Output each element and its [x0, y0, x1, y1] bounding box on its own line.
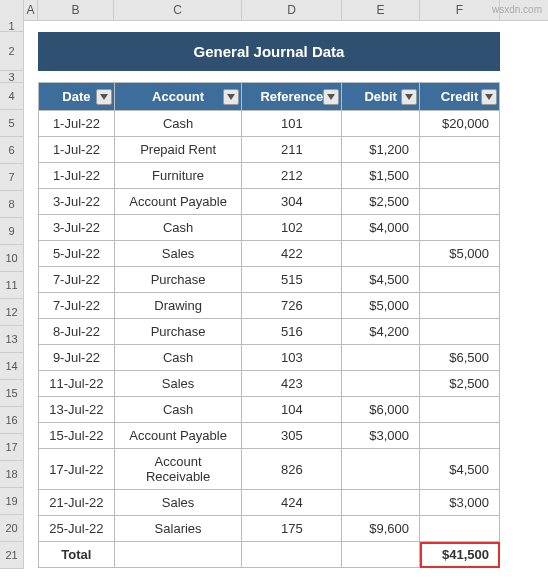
filter-button-credit[interactable]: [481, 89, 497, 105]
cell-reference[interactable]: 826: [242, 449, 342, 490]
cell-credit[interactable]: $5,000: [420, 241, 500, 267]
row-header-17[interactable]: 17: [0, 434, 24, 461]
header-date[interactable]: Date: [39, 83, 115, 111]
cell-account[interactable]: Sales: [114, 490, 242, 516]
cell-reference[interactable]: 175: [242, 516, 342, 542]
cell-debit[interactable]: $5,000: [342, 293, 420, 319]
header-credit[interactable]: Credit: [420, 83, 500, 111]
filter-button-reference[interactable]: [323, 89, 339, 105]
cell-credit[interactable]: $20,000: [420, 111, 500, 137]
cell-credit[interactable]: [420, 163, 500, 189]
header-account[interactable]: Account: [114, 83, 242, 111]
cell-reference[interactable]: 305: [242, 423, 342, 449]
cell-credit[interactable]: [420, 137, 500, 163]
cell-credit[interactable]: [420, 215, 500, 241]
cell-credit[interactable]: [420, 189, 500, 215]
cell-debit[interactable]: $1,500: [342, 163, 420, 189]
cell-account[interactable]: Account Receivable: [114, 449, 242, 490]
col-header-F[interactable]: F: [420, 0, 500, 20]
total-empty[interactable]: [342, 542, 420, 568]
row-header-7[interactable]: 7: [0, 164, 24, 191]
row-header-5[interactable]: 5: [0, 110, 24, 137]
cell-date[interactable]: 11-Jul-22: [39, 371, 115, 397]
cell-account[interactable]: Sales: [114, 241, 242, 267]
row-header-10[interactable]: 10: [0, 245, 24, 272]
cell-date[interactable]: 17-Jul-22: [39, 449, 115, 490]
cell-reference[interactable]: 101: [242, 111, 342, 137]
cell-debit[interactable]: [342, 490, 420, 516]
cell-credit[interactable]: $3,000: [420, 490, 500, 516]
cell-account[interactable]: Cash: [114, 111, 242, 137]
cell-reference[interactable]: 423: [242, 371, 342, 397]
row-header-9[interactable]: 9: [0, 218, 24, 245]
cell-debit[interactable]: $9,600: [342, 516, 420, 542]
cell-date[interactable]: 1-Jul-22: [39, 137, 115, 163]
select-all-corner[interactable]: [0, 0, 24, 20]
row-header-15[interactable]: 15: [0, 380, 24, 407]
cell-credit[interactable]: [420, 267, 500, 293]
cell-credit[interactable]: $2,500: [420, 371, 500, 397]
cell-date[interactable]: 25-Jul-22: [39, 516, 115, 542]
cell-date[interactable]: 8-Jul-22: [39, 319, 115, 345]
cell-reference[interactable]: 104: [242, 397, 342, 423]
row-header-4[interactable]: 4: [0, 83, 24, 110]
cell-debit[interactable]: $4,200: [342, 319, 420, 345]
cell-reference[interactable]: 422: [242, 241, 342, 267]
cell-debit[interactable]: [342, 241, 420, 267]
col-header-C[interactable]: C: [114, 0, 242, 20]
cell-debit[interactable]: $6,000: [342, 397, 420, 423]
cell-account[interactable]: Salaries: [114, 516, 242, 542]
cell-reference[interactable]: 726: [242, 293, 342, 319]
row-header-13[interactable]: 13: [0, 326, 24, 353]
cell-account[interactable]: Purchase: [114, 319, 242, 345]
cell-reference[interactable]: 103: [242, 345, 342, 371]
cell-reference[interactable]: 424: [242, 490, 342, 516]
cell-reference[interactable]: 102: [242, 215, 342, 241]
row-header-3[interactable]: 3: [0, 71, 24, 83]
header-reference[interactable]: Reference: [242, 83, 342, 111]
cell-reference[interactable]: 516: [242, 319, 342, 345]
cell-debit[interactable]: $3,000: [342, 423, 420, 449]
cell-account[interactable]: Sales: [114, 371, 242, 397]
cell-credit[interactable]: [420, 423, 500, 449]
row-header-12[interactable]: 12: [0, 299, 24, 326]
total-empty[interactable]: [114, 542, 242, 568]
col-header-E[interactable]: E: [342, 0, 420, 20]
cell-debit[interactable]: [342, 371, 420, 397]
col-header-A[interactable]: A: [24, 0, 38, 20]
cell-reference[interactable]: 212: [242, 163, 342, 189]
cell-debit[interactable]: $1,200: [342, 137, 420, 163]
cell-reference[interactable]: 515: [242, 267, 342, 293]
total-empty[interactable]: [242, 542, 342, 568]
col-header-B[interactable]: B: [38, 0, 114, 20]
cell-account[interactable]: Prepaid Rent: [114, 137, 242, 163]
cell-date[interactable]: 1-Jul-22: [39, 163, 115, 189]
cell-debit[interactable]: [342, 111, 420, 137]
cell-credit[interactable]: [420, 516, 500, 542]
filter-button-debit[interactable]: [401, 89, 417, 105]
cell-date[interactable]: 5-Jul-22: [39, 241, 115, 267]
cell-debit[interactable]: [342, 345, 420, 371]
total-credit-cell[interactable]: $41,500: [420, 542, 500, 568]
cell-account[interactable]: Cash: [114, 397, 242, 423]
cell-credit[interactable]: [420, 397, 500, 423]
cell-date[interactable]: 7-Jul-22: [39, 267, 115, 293]
cell-credit[interactable]: $6,500: [420, 345, 500, 371]
cell-date[interactable]: 13-Jul-22: [39, 397, 115, 423]
cell-reference[interactable]: 304: [242, 189, 342, 215]
cell-debit[interactable]: [342, 449, 420, 490]
cell-credit[interactable]: $4,500: [420, 449, 500, 490]
row-header-14[interactable]: 14: [0, 353, 24, 380]
cell-date[interactable]: 1-Jul-22: [39, 111, 115, 137]
cell-account[interactable]: Cash: [114, 345, 242, 371]
cell-date[interactable]: 21-Jul-22: [39, 490, 115, 516]
cell-account[interactable]: Drawing: [114, 293, 242, 319]
col-header-D[interactable]: D: [242, 0, 342, 20]
cell-credit[interactable]: [420, 293, 500, 319]
row-header-2[interactable]: 2: [0, 32, 24, 71]
cell-reference[interactable]: 211: [242, 137, 342, 163]
cell-account[interactable]: Account Payable: [114, 423, 242, 449]
cell-debit[interactable]: $4,500: [342, 267, 420, 293]
cell-debit[interactable]: $4,000: [342, 215, 420, 241]
cell-account[interactable]: Purchase: [114, 267, 242, 293]
